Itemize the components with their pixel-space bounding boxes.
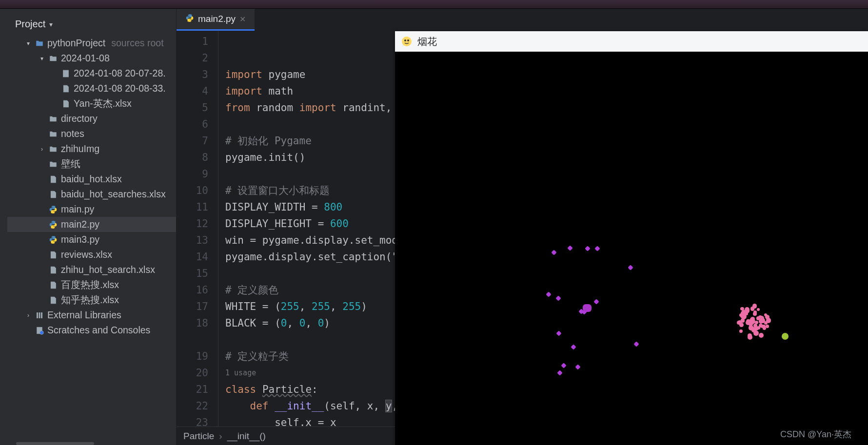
tree-item[interactable]: ›External Libraries [7,308,176,323]
tree-item[interactable]: notes [7,126,176,141]
python-icon [48,205,58,214]
tree-item[interactable]: ?zhihu_hot_search.xlsx [7,262,176,277]
file-icon: ? [61,99,71,109]
disclosure-icon[interactable]: › [25,312,32,319]
top-toolbar [0,0,868,9]
project-header[interactable]: Project ▾ [7,9,176,36]
svg-point-17 [402,37,412,46]
tree-item[interactable]: 壁纸 [7,156,176,172]
tree-item[interactable]: ?baidu_hot_searches.xlsx [7,187,176,202]
tree-item-label: directory [61,113,98,124]
tab-main2[interactable]: main2.py ✕ [177,9,255,31]
tree-item-label: 2024-01-08 20-07-28. [74,68,166,79]
pygame-titlebar[interactable]: 烟花 [395,31,868,52]
svg-text:?: ? [52,253,54,257]
project-sidebar: Project ▾ ▾pythonProjectsources root▾202… [7,9,177,445]
svg-rect-12 [37,312,38,318]
disclosure-icon[interactable]: ▾ [39,55,45,62]
editor-tabs: main2.py ✕ [177,9,868,31]
tree-item-label: 知乎热搜.xlsx [61,293,119,307]
tree-item-label: notes [61,128,84,139]
tree-item[interactable]: ?reviews.xlsx [7,247,176,262]
file-icon: ? [48,250,58,260]
tree-item-label: main3.py [61,234,99,245]
tree-item[interactable]: ?baidu_hot.xlsx [7,172,176,187]
tree-item[interactable]: directory [7,111,176,126]
disclosure-icon[interactable]: › [39,146,45,153]
tree-item-label: main.py [61,204,94,215]
project-title: Project [15,19,45,30]
disclosure-icon[interactable]: ▾ [25,40,32,47]
particle [571,344,576,349]
tree-item[interactable]: main2.py [7,217,176,232]
tree-item-label: pythonProject [47,38,105,49]
tree-item[interactable]: ▾pythonProjectsources root [7,36,176,51]
particle [583,304,592,312]
tree-item[interactable]: ?百度热搜.xlsx [7,277,176,292]
text-icon [61,69,71,78]
tree-item[interactable]: 2024-01-08 20-07-28. [7,66,176,81]
file-icon: ? [48,174,58,184]
particle [737,321,741,325]
scratch-icon [35,326,44,335]
tool-strip[interactable] [0,9,7,445]
tree-item-label: baidu_hot_searches.xlsx [61,189,166,200]
particle [752,304,757,309]
lib-icon [35,310,44,320]
particle [766,318,771,323]
particle [751,328,756,333]
tree-item[interactable]: main3.py [7,232,176,247]
svg-text:?: ? [52,299,54,302]
folder-icon [48,129,58,139]
tree-item-label: Scratches and Consoles [47,325,150,336]
chevron-right-icon: › [219,431,222,442]
file-icon: ? [48,280,58,290]
pygame-window: 烟花 [395,31,868,445]
folder-icon [48,144,58,154]
horizontal-scrollbar[interactable] [16,442,94,445]
particle [546,291,551,297]
watermark: CSDN @Yan·英杰 [780,428,851,440]
folder-icon [48,159,58,169]
svg-point-19 [407,39,409,41]
svg-text:?: ? [52,284,54,287]
close-icon[interactable]: ✕ [239,15,246,24]
tree-item[interactable]: ▾2024-01-08 [7,51,176,66]
svg-text:?: ? [64,87,66,91]
file-icon: ? [61,84,71,94]
svg-text:?: ? [52,269,54,272]
particle [557,370,562,375]
particle [753,310,757,314]
tree-item[interactable]: main.py [7,202,176,217]
svg-point-18 [404,39,406,41]
breadcrumb-part[interactable]: Particle [183,431,214,442]
pygame-icon [401,36,413,47]
particle [561,363,566,368]
particle [757,308,760,311]
particle [633,341,639,347]
tree-item[interactable]: ?2024-01-08 20-08-33. [7,81,176,96]
particle [556,330,561,336]
folder-icon [48,54,58,63]
python-icon [185,14,194,25]
svg-rect-14 [41,312,42,318]
tree-item[interactable]: ?知乎热搜.xlsx [7,292,176,308]
svg-text:?: ? [64,102,66,106]
line-gutter: 1234567891011121314151617181920212223 [177,31,218,426]
svg-text:?: ? [52,193,54,196]
breadcrumb-part[interactable]: __init__() [227,431,266,442]
particle [567,245,572,251]
tree-item[interactable]: ?Yan-英杰.xlsx [7,96,176,111]
particle [585,246,590,251]
tree-item-label: 百度热搜.xlsx [61,278,119,291]
project-tree[interactable]: ▾pythonProjectsources root▾2024-01-08202… [7,36,176,439]
particle [739,329,743,333]
tree-item-label: 2024-01-08 20-08-33. [74,83,166,94]
tree-item-label: reviews.xlsx [61,249,112,260]
tree-item[interactable]: Scratches and Consoles [7,323,176,338]
tree-item-label: 2024-01-08 [61,53,110,64]
tree-item-hint: sources root [111,38,163,49]
svg-point-16 [40,330,44,334]
tree-item[interactable]: ›zhihuImg [7,141,176,156]
particle [782,333,789,340]
